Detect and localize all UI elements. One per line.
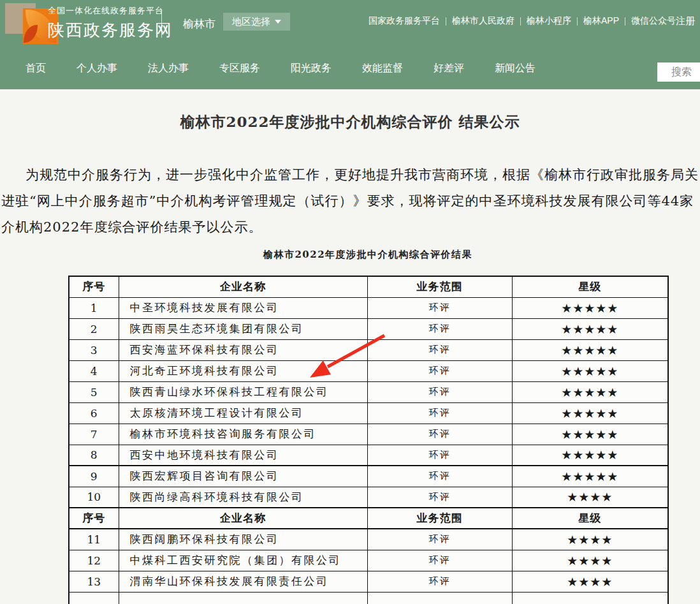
main-nav: 首页个人办事法人办事专区服务阳光政务效能监督好差评新闻公告 [26, 48, 536, 89]
register-link[interactable]: 注册 [676, 15, 695, 27]
table-row: 2陕西雨昊生态环境集团有限公司环评★★★★★ [69, 318, 668, 339]
column-header: 企业名称 [119, 508, 367, 529]
top-link[interactable]: 榆林APP [583, 15, 619, 27]
row-number: 12 [69, 550, 119, 571]
company-name: 太原核清环境工程设计有限公司 [119, 402, 367, 424]
business-scope: 环评 [367, 339, 512, 360]
business-scope: 环评 [367, 445, 512, 466]
column-header: 星级 [512, 276, 668, 297]
search-input[interactable] [657, 63, 700, 82]
star-rating: ★★★★★ [512, 297, 668, 318]
nav-item[interactable]: 首页 [26, 62, 46, 75]
top-link[interactable]: 国家政务服务平台 [368, 15, 440, 27]
business-scope: 环评 [367, 529, 512, 550]
table-row: 12中煤科工西安研究院（集团）有限公司环评★★★★ [69, 550, 668, 571]
company-name: 陕西雨昊生态环境集团有限公司 [119, 318, 367, 339]
table-row: 3西安海蓝环保科技有限公司环评★★★★★ [69, 339, 668, 360]
company-name: 陕西阔鹏环保科技有限公司 [119, 529, 367, 550]
leaf-shadow-icon [24, 25, 38, 43]
company-name: 中煤科工西安研究院（集团）有限公司 [119, 550, 367, 571]
star-rating: ★★★★★ [512, 466, 668, 487]
business-scope: 环评 [367, 550, 512, 571]
star-rating: ★★★★ [512, 550, 668, 571]
region-select-button[interactable]: 地区选择 [223, 13, 290, 31]
business-scope: 环评 [367, 318, 512, 339]
current-city-label: 榆林市 [183, 17, 215, 31]
table-row: 5陕西青山绿水环保科技工程有限公司环评★★★★★ [69, 381, 668, 402]
nav-item[interactable]: 效能监督 [362, 62, 403, 75]
announcement-paragraph: 为规范中介服务行为，进一步强化中介监管工作，更好地提升我市营商环境，根据《榆林市… [0, 162, 700, 240]
top-external-links: 国家政务服务平台榆林市人民政府榆林小程序榆林APP微信公众号 [368, 15, 676, 27]
row-number: 11 [69, 529, 119, 550]
table-header-row: 序号企业名称业务范围星级 [69, 276, 668, 297]
chevron-down-icon [275, 20, 281, 24]
business-scope: 环评 [367, 571, 512, 592]
star-rating: ★★★★★ [512, 360, 668, 381]
nav-item[interactable]: 个人办事 [77, 62, 117, 75]
table-row [69, 592, 668, 604]
nav-item[interactable]: 专区服务 [219, 62, 260, 75]
page: { "colors": { "header_green": "#6a9879",… [0, 0, 700, 604]
row-number: 7 [69, 424, 119, 445]
column-header: 星级 [512, 508, 668, 529]
business-scope: 环评 [367, 466, 512, 487]
column-header: 业务范围 [367, 508, 512, 529]
row-number: 6 [69, 402, 119, 424]
company-name: 陕西宏辉项目咨询有限公司 [119, 466, 367, 487]
table-row: 11陕西阔鹏环保科技有限公司环评★★★★ [69, 529, 668, 550]
nav-item[interactable]: 阳光政务 [291, 62, 332, 75]
paragraph-line: 介机构2022年度综合评价结果予以公示。 [0, 214, 700, 240]
business-scope: 环评 [367, 381, 512, 402]
table-row: 6太原核清环境工程设计有限公司环评★★★★★ [69, 402, 668, 424]
table-caption: 榆林市2022年度涉批中介机构综合评价结果 [68, 249, 667, 261]
business-scope: 环评 [367, 297, 512, 318]
star-rating: ★★★★★ [512, 381, 668, 402]
business-scope: 环评 [367, 402, 512, 424]
star-rating: ★★★★ [512, 571, 668, 592]
row-number: 2 [69, 318, 119, 339]
top-link[interactable]: 榆林市人民政府 [452, 15, 514, 27]
business-scope: 环评 [367, 487, 512, 508]
brand-block: 全国一体化在线政务服务平台 陕西政务服务网 [48, 5, 173, 41]
company-name: 榆林市环境科技咨询服务有限公司 [119, 424, 367, 445]
row-number: 8 [69, 445, 119, 466]
row-number: 9 [69, 466, 119, 487]
table-row: 4河北奇正环境科技有限公司环评★★★★★ [69, 360, 668, 381]
platform-tagline: 全国一体化在线政务服务平台 [48, 5, 173, 17]
nav-item[interactable]: 好差评 [434, 62, 464, 75]
row-number: 13 [69, 571, 119, 592]
star-rating [512, 592, 668, 604]
business-scope [367, 592, 512, 604]
business-scope: 环评 [367, 424, 512, 445]
company-name: 西安中地环境科技有限公司 [119, 445, 367, 466]
table-row: 10陕西尚绿高科环境科技有限公司环评★★★★ [69, 487, 668, 508]
row-number: 3 [69, 339, 119, 360]
link-separator [520, 17, 521, 26]
paragraph-line: 进驻“网上中介服务超市”中介机构考评管理规定（试行）》要求，现将评定的中圣环境科… [0, 188, 700, 214]
table-row: 13渭南华山环保科技发展有限责任公司环评★★★★ [69, 571, 668, 592]
table-row: 8西安中地环境科技有限公司环评★★★★★ [69, 445, 668, 466]
star-rating: ★★★★ [512, 529, 668, 550]
business-scope: 环评 [367, 360, 512, 381]
column-header: 企业名称 [119, 276, 367, 297]
company-name [119, 592, 367, 604]
row-number: 10 [69, 487, 119, 508]
top-link[interactable]: 榆林小程序 [527, 15, 571, 27]
header-divider [161, 10, 162, 38]
company-name: 中圣环境科技发展有限公司 [119, 297, 367, 318]
company-name: 西安海蓝环保科技有限公司 [119, 339, 367, 360]
row-number: 4 [69, 360, 119, 381]
star-rating: ★★★★★ [512, 318, 668, 339]
link-separator [577, 17, 578, 26]
nav-item[interactable]: 新闻公告 [495, 62, 536, 75]
table-row: 9陕西宏辉项目咨询有限公司环评★★★★★ [69, 466, 668, 487]
row-number: 1 [69, 297, 119, 318]
company-name: 陕西青山绿水环保科技工程有限公司 [119, 381, 367, 402]
row-number: 5 [69, 381, 119, 402]
nav-item[interactable]: 法人办事 [148, 62, 189, 75]
star-rating: ★★★★★ [512, 445, 668, 466]
star-rating: ★★★★★ [512, 339, 668, 360]
top-link[interactable]: 微信公众号 [631, 15, 676, 27]
article-area: 榆林市2022年度涉批中介机构综合评价 结果公示 为规范中介服务行为，进一步强化… [0, 89, 700, 604]
company-name: 河北奇正环境科技有限公司 [119, 360, 367, 381]
